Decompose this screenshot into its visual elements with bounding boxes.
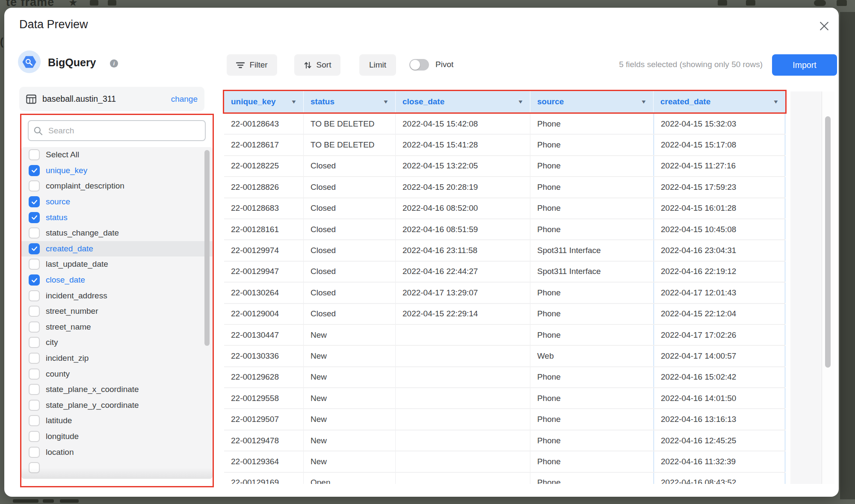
table-cell-status: New — [304, 325, 396, 345]
field-item-longitude[interactable]: longitude — [21, 429, 213, 445]
column-dropdown-icon[interactable]: ▼ — [383, 99, 389, 105]
field-list: Select Allunique_keycomplaint_descriptio… — [21, 147, 213, 479]
table-row: 22-00130336NewWeb2022-04-17 14:00:57 — [224, 346, 785, 367]
table-cell-created_date: 2022-04-15 15:32:03 — [654, 114, 785, 134]
column-dropdown-icon[interactable]: ▼ — [773, 99, 779, 105]
column-dropdown-icon[interactable]: ▼ — [518, 99, 524, 105]
checkbox-unchecked[interactable] — [29, 337, 40, 348]
table-cell-close_date: 2022-04-15 15:41:28 — [396, 135, 530, 155]
checkbox-unchecked[interactable] — [29, 431, 40, 442]
column-header-unique_key[interactable]: unique_key▼ — [224, 91, 304, 112]
table-cell-unique_key: 22-00130336 — [224, 346, 304, 366]
field-item-complaint-description[interactable]: complaint_description — [21, 178, 213, 194]
table-scrollbar-thumb[interactable] — [825, 116, 831, 368]
import-button[interactable]: Import — [772, 54, 837, 76]
table-cell-source: Phone — [530, 409, 654, 429]
table-cell-source: Phone — [530, 219, 654, 239]
field-item-status-change-date[interactable]: status_change_date — [21, 225, 213, 241]
field-item-close-date[interactable]: close_date — [21, 272, 213, 288]
filter-button[interactable]: Filter — [227, 54, 277, 76]
field-item-city[interactable]: city — [21, 335, 213, 351]
table-cell-created_date: 2022-04-16 14:01:50 — [654, 388, 785, 408]
table-scrollbar-track[interactable] — [822, 91, 834, 484]
column-header-source[interactable]: source▼ — [530, 91, 654, 112]
checkbox-unchecked[interactable] — [29, 227, 40, 239]
table-cell-close_date — [396, 409, 530, 429]
field-item-location[interactable]: location — [21, 444, 213, 460]
column-header-label: status — [311, 97, 334, 106]
table-row: 22-00129169OpenPhone2022-04-16 08:43:52 — [224, 473, 785, 484]
checkbox-unchecked[interactable] — [29, 353, 40, 364]
checkbox-unchecked[interactable] — [29, 400, 40, 411]
table-cell-close_date: 2022-04-15 13:22:05 — [396, 156, 530, 176]
field-item-latitude[interactable]: latitude — [21, 413, 213, 429]
table-row: 22-00128161Closed2022-04-16 08:51:59Phon… — [224, 219, 785, 240]
field-item-unique-key[interactable]: unique_key — [21, 163, 213, 179]
field-label: state_plane_x_coordinate — [46, 385, 139, 394]
checkbox-checked[interactable] — [29, 165, 40, 176]
field-item-street-number[interactable]: street_number — [21, 304, 213, 319]
field-item-status[interactable]: status — [21, 209, 213, 225]
checkbox-checked[interactable] — [29, 243, 40, 254]
table-cell-unique_key: 22-00129558 — [224, 388, 304, 408]
checkbox-unchecked[interactable] — [29, 368, 40, 380]
field-list-scrollbar[interactable] — [204, 150, 210, 346]
filter-icon — [236, 62, 245, 69]
field-label: Select All — [46, 150, 79, 159]
field-item-county[interactable]: county — [21, 366, 213, 382]
field-item-incident-zip[interactable]: incident_zip — [21, 351, 213, 366]
checkbox-unchecked[interactable] — [29, 415, 40, 426]
checkbox-checked[interactable] — [29, 196, 40, 207]
field-item-select-all[interactable]: Select All — [21, 147, 213, 163]
table-row: 22-00128617TO BE DELETED2022-04-15 15:41… — [224, 135, 785, 156]
table-cell-created_date: 2022-04-15 22:12:04 — [654, 304, 785, 324]
limit-button[interactable]: Limit — [359, 54, 396, 76]
field-item-state-plane-y-coordinate[interactable]: state_plane_y_coordinate — [21, 398, 213, 413]
checkbox-unchecked[interactable] — [29, 384, 40, 395]
table-cell-close_date — [396, 346, 530, 366]
checkbox-unchecked[interactable] — [29, 149, 40, 160]
info-icon[interactable]: i — [110, 59, 118, 68]
column-header-created_date[interactable]: created_date▼ — [654, 91, 785, 112]
column-header-status[interactable]: status▼ — [304, 91, 396, 112]
table-cell-close_date — [396, 473, 530, 484]
column-dropdown-icon[interactable]: ▼ — [641, 99, 647, 105]
field-item-source[interactable]: source — [21, 194, 213, 210]
pivot-toggle[interactable] — [409, 59, 429, 71]
search-input[interactable] — [28, 120, 206, 141]
table-cell-unique_key: 22-00128826 — [224, 177, 304, 197]
table-cell-close_date: 2022-04-15 20:28:19 — [396, 177, 530, 197]
field-item-street-name[interactable]: street_name — [21, 319, 213, 335]
checkbox-checked[interactable] — [29, 212, 40, 223]
table-row: 22-00129947Closed2022-04-16 22:44:27Spot… — [224, 262, 785, 283]
table-cell-source: Phone — [530, 430, 654, 451]
sort-button[interactable]: Sort — [294, 54, 340, 76]
field-item-state-plane-x-coordinate[interactable]: state_plane_x_coordinate — [21, 382, 213, 398]
table-cell-source: Phone — [530, 367, 654, 387]
table-cell-source: Phone — [530, 451, 654, 472]
table-body: 22-00128643TO BE DELETED2022-04-15 15:42… — [224, 114, 785, 484]
field-label: latitude — [46, 416, 72, 425]
checkbox-unchecked[interactable] — [29, 321, 40, 333]
field-item-incident-address[interactable]: incident_address — [21, 288, 213, 304]
close-icon[interactable] — [818, 20, 831, 32]
checkbox-unchecked[interactable] — [29, 180, 40, 192]
checkbox-unchecked[interactable] — [29, 306, 40, 317]
column-header-close_date[interactable]: close_date▼ — [396, 91, 530, 112]
checkbox-unchecked[interactable] — [29, 290, 40, 301]
table-cell-created_date: 2022-04-15 15:17:08 — [654, 135, 785, 155]
field-item-last-update-date[interactable]: last_update_date — [21, 256, 213, 272]
change-dataset-link[interactable]: change — [171, 94, 198, 104]
table-cell-created_date: 2022-04-16 08:43:52 — [654, 473, 785, 484]
field-label: street_name — [46, 322, 91, 332]
checkbox-unchecked[interactable] — [29, 447, 40, 458]
field-item-created-date[interactable]: created_date — [21, 241, 213, 257]
table-row: 22-00128826Closed2022-04-15 20:28:19Phon… — [224, 177, 785, 198]
table-cell-created_date: 2022-04-16 11:32:39 — [654, 451, 785, 472]
table-grid-icon — [26, 94, 36, 104]
column-dropdown-icon[interactable]: ▼ — [291, 99, 297, 105]
checkbox-unchecked[interactable] — [29, 259, 40, 270]
table-cell-created_date: 2022-04-16 15:02:42 — [654, 367, 785, 387]
background-toolbar-icon — [814, 0, 826, 6]
checkbox-checked[interactable] — [29, 274, 40, 286]
